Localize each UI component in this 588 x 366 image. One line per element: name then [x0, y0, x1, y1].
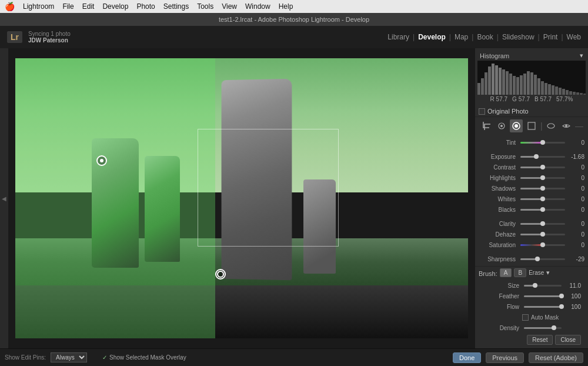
nav-library[interactable]: Library: [387, 33, 409, 41]
histogram-r: R 57.7: [490, 96, 507, 102]
brush-b-button[interactable]: B: [514, 268, 526, 277]
menu-tools[interactable]: Tools: [197, 2, 213, 11]
nav-web[interactable]: Web: [567, 33, 581, 41]
nav-print[interactable]: Print: [543, 33, 558, 41]
tool-sep2: —: [575, 121, 583, 131]
brush-chevron[interactable]: ▾: [546, 269, 550, 277]
original-photo-checkbox[interactable]: [479, 108, 485, 115]
whites-track[interactable]: [520, 198, 565, 200]
svg-rect-6: [499, 68, 502, 95]
sync-line1: Syncing 1 photo: [28, 31, 71, 37]
blacks-track[interactable]: [520, 209, 565, 211]
nav-sep1: |: [413, 33, 415, 41]
histogram-canvas: [477, 61, 586, 95]
brush-size-track[interactable]: [524, 285, 562, 287]
svg-rect-16: [534, 75, 537, 95]
brush-feather-track[interactable]: [524, 295, 562, 297]
svg-rect-10: [513, 76, 516, 95]
histogram-b: B 57.7: [534, 96, 552, 102]
reset-adobe-button[interactable]: Reset (Adobe): [529, 352, 583, 363]
svg-rect-15: [530, 72, 533, 95]
check-mark-icon: ✓: [102, 354, 107, 361]
brush-section: Brush: A B Erase ▾ Size 11.0 Feath: [475, 266, 588, 348]
svg-rect-4: [492, 64, 495, 95]
panel-reset-btn[interactable]: Reset: [527, 335, 553, 345]
brush-density-label: Density: [482, 325, 522, 331]
nav-develop[interactable]: Develop: [418, 33, 446, 41]
tool-red-eye[interactable]: [560, 119, 573, 132]
dehaze-row: Dehaze 0: [475, 229, 588, 239]
menu-help[interactable]: Help: [279, 2, 293, 11]
brush-a-button[interactable]: A: [500, 268, 512, 277]
brush-density-track[interactable]: [524, 327, 562, 329]
show-edit-pins-select[interactable]: Always: [51, 352, 87, 362]
brush-erase-button[interactable]: Erase: [529, 269, 544, 276]
exposure-track[interactable]: [520, 156, 565, 158]
tool-icons-row: | —: [475, 117, 588, 135]
brush-flow-track[interactable]: [524, 306, 562, 308]
svg-rect-14: [527, 71, 530, 95]
clarity-value: 0: [567, 221, 584, 227]
svg-rect-2: [485, 72, 487, 95]
previous-button[interactable]: Previous: [486, 352, 524, 363]
show-mask-overlay-label: Show Selected Mask Overlay: [109, 354, 186, 361]
apple-menu[interactable]: 🍎: [5, 2, 15, 11]
menu-bar: 🍎 Lightroom File Edit Develop Photo Sett…: [0, 0, 588, 13]
exposure-value: -1.68: [567, 154, 584, 160]
done-button[interactable]: Done: [453, 352, 481, 363]
nav-slideshow[interactable]: Slideshow: [502, 33, 534, 41]
tint-track[interactable]: [520, 142, 565, 144]
sharpness-row: Sharpness -29: [475, 254, 588, 264]
top-nav: Lr Syncing 1 photo JDW Paterson Library …: [0, 26, 588, 48]
nav-book[interactable]: Book: [477, 33, 493, 41]
tool-sep: |: [540, 121, 543, 131]
contrast-label: Contrast: [479, 164, 519, 171]
tool-crop[interactable]: [480, 119, 493, 132]
dehaze-track[interactable]: [520, 234, 565, 235]
menu-photo[interactable]: Photo: [136, 2, 155, 11]
sharpness-label: Sharpness: [479, 256, 519, 262]
menu-window[interactable]: Window: [245, 2, 270, 11]
nav-sep5: |: [538, 33, 540, 41]
tool-spot-removal[interactable]: [495, 119, 508, 132]
saturation-value: 0: [567, 242, 584, 248]
sliders-section: Tint 0 Exposure -1.68 Contrast: [475, 135, 588, 266]
contrast-track[interactable]: [520, 167, 565, 168]
highlights-track[interactable]: [520, 177, 565, 179]
nav-map[interactable]: Map: [455, 33, 468, 41]
module-nav: Library | Develop | Map | Book | Slidesh…: [387, 33, 581, 41]
tool-graduated-filter[interactable]: [525, 119, 538, 132]
brush-flow-label: Flow: [482, 304, 522, 310]
original-photo-label: Original Photo: [487, 108, 529, 115]
svg-rect-30: [583, 94, 586, 95]
shadows-track[interactable]: [520, 188, 565, 189]
menu-view[interactable]: View: [222, 2, 237, 11]
show-mask-overlay-row: ✓ Show Selected Mask Overlay: [102, 354, 186, 361]
clarity-track[interactable]: [520, 223, 565, 225]
photo-canvas[interactable]: [15, 58, 468, 338]
menu-edit[interactable]: Edit: [82, 2, 95, 11]
adjustment-pin-2[interactable]: [215, 269, 226, 280]
left-panel-toggle[interactable]: ◀: [2, 195, 6, 202]
brush-flow-value: 100: [563, 304, 581, 310]
svg-rect-11: [516, 77, 519, 95]
menu-develop[interactable]: Develop: [102, 2, 128, 11]
adjustment-pin-1[interactable]: [96, 155, 107, 166]
panel-bottom-buttons: Done Reset Close: [479, 333, 584, 347]
panel-close-btn[interactable]: Close: [555, 335, 581, 345]
auto-mask-checkbox[interactable]: [522, 314, 529, 321]
menu-lightroom[interactable]: Lightroom: [23, 2, 54, 11]
menu-file[interactable]: File: [62, 2, 74, 11]
tool-radial-filter[interactable]: [544, 119, 557, 132]
brush-density-row: Density: [479, 322, 584, 333]
svg-point-37: [565, 125, 567, 127]
highlights-value: 0: [567, 175, 584, 181]
saturation-track[interactable]: [520, 244, 565, 246]
stone-mid: [303, 179, 336, 274]
nav-sep6: |: [561, 33, 563, 41]
tool-adjustment-brush[interactable]: [510, 119, 523, 132]
blacks-label: Blacks: [479, 207, 519, 213]
sharpness-track[interactable]: [520, 258, 565, 260]
menu-settings[interactable]: Settings: [163, 2, 189, 11]
histogram-chevron[interactable]: ▾: [580, 52, 583, 59]
